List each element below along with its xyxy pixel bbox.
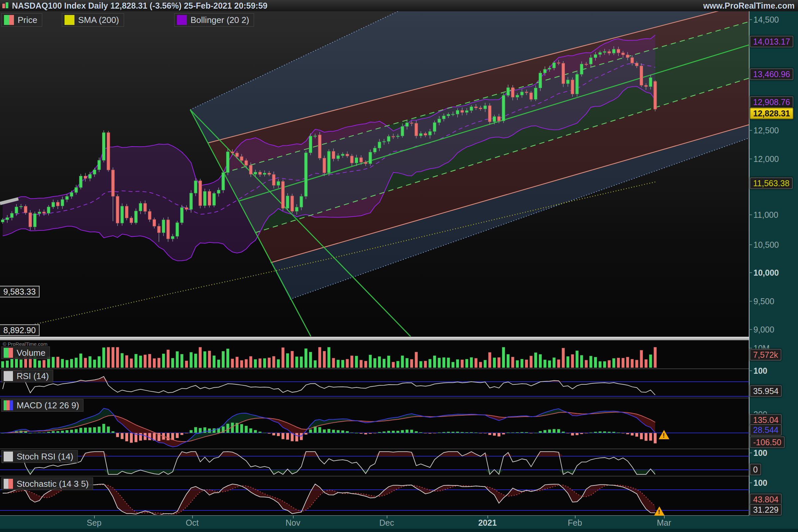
axis-badge-1401317: 14,013.17 (750, 36, 793, 48)
price-axis-tick (749, 370, 752, 371)
prorealtime-chart-window: NASDAQ100 Index Daily 12,828.31 (-3.56%)… (0, 0, 798, 532)
price-axis-label: 12,500 (754, 126, 779, 135)
left-level-badge: 8,892.90 (0, 324, 40, 336)
date-axis-label-dec: Dec (379, 518, 394, 528)
price-axis-label: 10,500 (754, 240, 779, 250)
axis-badge-10650: -106.50 (750, 437, 785, 448)
rsi-swatch-icon (3, 371, 13, 381)
price-axis-tick (749, 272, 752, 273)
volume-swatch-icon (3, 347, 13, 358)
axis-badge-0: 0 (750, 464, 761, 475)
stochrsi-swatch-icon (3, 451, 13, 462)
price-axis-label: 100 (754, 448, 767, 458)
stochastic-legend-label: Stochastic (14 3 5) (17, 479, 89, 489)
rsi-legend-label: RSI (14) (17, 371, 49, 381)
price-axis-tick (749, 329, 752, 330)
sma-swatch-icon (64, 15, 75, 25)
date-axis-label-oct: Oct (186, 518, 199, 528)
price-axis-tick (749, 348, 752, 348)
macd-legend[interactable]: MACD (12 26 9) (1, 399, 83, 412)
left-level-badge: 9,583.33 (0, 286, 40, 298)
price-axis-tick (749, 158, 752, 159)
macd-legend-label: MACD (12 26 9) (17, 400, 79, 411)
date-axis-label-nov: Nov (286, 518, 300, 528)
bollinger-swatch-icon (176, 15, 187, 25)
volume-legend[interactable]: Volume (1, 346, 50, 359)
axis-badge-1156338: 11,563.38 (750, 177, 793, 189)
legend-sma[interactable]: SMA (200) (62, 13, 124, 26)
axis-badge-1346096: 13,460.96 (750, 69, 793, 80)
price-axis-tick (749, 453, 752, 453)
legend-bollinger-label: Bollinger (20 2) (191, 15, 249, 25)
axis-badge-28544: 28.544 (750, 424, 782, 436)
stochrsi-legend[interactable]: Stoch RSI (14) (1, 450, 78, 463)
copyright-text: © ProRealTime.com (3, 341, 48, 347)
volume-legend-label: Volume (17, 348, 45, 358)
price-axis-label: 11,000 (754, 210, 778, 220)
price-axis-tick (749, 482, 752, 483)
price-axis-label: 14,500 (754, 15, 779, 25)
price-swatch-icon (4, 15, 14, 25)
warning-icon-macd[interactable]: ! (659, 430, 669, 439)
rsi-legend[interactable]: RSI (14) (1, 370, 53, 382)
price-axis-label: 100 (754, 366, 767, 376)
chart-canvas[interactable] (0, 0, 798, 532)
axis-badge-1290876: 12,908.76 (750, 96, 793, 108)
date-axis-label-mar: Mar (657, 518, 671, 528)
warning-icon-stochastic[interactable]: ! (654, 507, 665, 516)
price-axis-tick (749, 301, 752, 302)
price-axis-label: 9,000 (754, 325, 774, 335)
price-axis-tick (749, 214, 752, 215)
stochastic-legend[interactable]: Stochastic (14 3 5) (1, 477, 93, 490)
price-axis-tick (749, 130, 752, 131)
axis-badge-35954: 35.954 (750, 385, 782, 397)
date-axis-label-2021: 2021 (478, 518, 497, 528)
legend-sma-label: SMA (200) (78, 15, 119, 25)
axis-badge-7572k: 7,572k (750, 349, 781, 361)
legend-price[interactable]: Price (1, 13, 42, 26)
date-axis-label-feb: Feb (568, 518, 582, 528)
axis-badge-1282831: 12,828.31 (750, 108, 793, 119)
legend-bollinger[interactable]: Bollinger (20 2) (174, 13, 254, 26)
legend-price-label: Price (18, 15, 37, 25)
macd-swatch-icon (3, 400, 13, 411)
date-axis-label-sep: Sep (87, 518, 101, 528)
price-axis-tick (749, 19, 752, 20)
price-axis-label: 12,000 (754, 154, 779, 164)
stochastic-swatch-icon (3, 478, 13, 489)
price-axis-label: 10,000 (754, 268, 779, 278)
axis-badge-43804: 43.804 (750, 494, 782, 506)
price-axis-label: 100 (754, 478, 767, 488)
price-axis-label: 9,500 (754, 297, 774, 306)
axis-badge-31229: 31.229 (750, 504, 782, 516)
price-axis-tick (749, 244, 752, 245)
stochrsi-legend-label: Stoch RSI (14) (17, 452, 74, 462)
